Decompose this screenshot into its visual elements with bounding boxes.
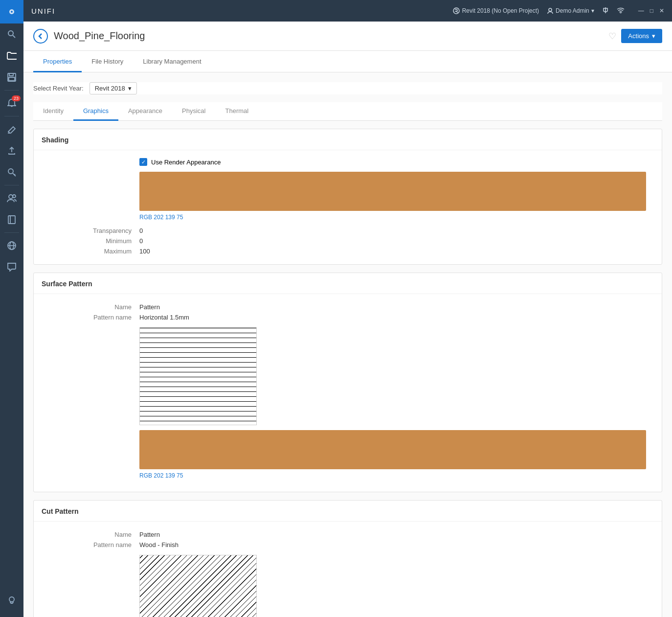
svg-line-4	[13, 35, 15, 38]
cut-pattern-name-row: Pattern name Wood - Finish	[42, 540, 654, 550]
actions-button[interactable]: Actions ▾	[621, 29, 662, 43]
divider2	[4, 116, 19, 116]
surface-color-bar[interactable]	[139, 430, 646, 469]
sub-tab-physical[interactable]: Physical	[172, 102, 215, 121]
top-bar: UNIFI Revit 2018 (No Open Project) Demo …	[23, 0, 672, 22]
book-icon[interactable]	[0, 209, 23, 230]
svg-point-12	[9, 195, 13, 199]
tab-library-management[interactable]: Library Management	[133, 51, 211, 72]
surface-name-label: Name	[42, 303, 139, 311]
cut-pattern-preview	[139, 555, 257, 617]
surface-pattern-title: Surface Pattern	[34, 273, 662, 294]
diagonal-lines-pattern	[140, 555, 256, 617]
tab-file-history[interactable]: File History	[82, 51, 133, 72]
svg-point-9	[8, 169, 13, 174]
shading-section: Shading ✓ Use Render Appearance RGB 202 …	[33, 129, 662, 265]
svg-rect-7	[9, 77, 15, 81]
divider	[4, 90, 19, 91]
notification-icon[interactable]: 23	[0, 92, 23, 114]
maximize-btn[interactable]: □	[650, 7, 653, 14]
cut-name-value: Pattern	[139, 531, 160, 538]
sub-tabs: Identity Graphics Appearance Physical Th…	[33, 102, 662, 121]
sidebar-bottom	[0, 590, 23, 617]
save-icon[interactable]	[0, 67, 23, 88]
sub-tab-graphics[interactable]: Graphics	[73, 102, 118, 121]
surface-pattern-section: Surface Pattern Name Pattern Pattern nam…	[33, 273, 662, 492]
wifi-icon[interactable]	[617, 7, 625, 15]
top-bar-right: Revit 2018 (No Open Project) Demo Admin …	[453, 7, 664, 15]
maximum-value: 100	[139, 248, 150, 255]
upload-icon[interactable]	[0, 140, 23, 161]
use-render-appearance-checkbox[interactable]: ✓	[139, 158, 147, 166]
cut-pattern-name-label: Pattern name	[42, 541, 139, 548]
transparency-label: Transparency	[42, 227, 139, 234]
svg-point-21	[453, 8, 459, 14]
surface-rgb-label: RGB 202 139 75	[139, 472, 654, 479]
cut-name-row: Name Pattern	[42, 529, 654, 540]
cut-pattern-name-value: Wood - Finish	[139, 541, 179, 548]
edit-icon[interactable]	[0, 118, 23, 140]
shading-rgb-label: RGB 202 139 75	[139, 214, 654, 221]
top-bar-left: UNIFI	[31, 7, 55, 15]
revit-year-select[interactable]: Revit 2018 ▾	[90, 82, 137, 94]
notification-badge: 23	[12, 95, 21, 101]
surface-pattern-content: Name Pattern Pattern name Horizontal 1.5…	[34, 294, 662, 492]
user-dropdown-arrow[interactable]: ▾	[591, 7, 594, 14]
content-header-right: ♡ Actions ▾	[608, 29, 662, 43]
divider4	[4, 232, 19, 233]
users-icon[interactable]	[0, 187, 23, 209]
minimum-value: 0	[139, 237, 143, 245]
back-button[interactable]	[33, 29, 48, 44]
content-header-left: Wood_Pine_Flooring	[33, 29, 145, 44]
window-controls: — □ ✕	[638, 7, 664, 14]
shading-title: Shading	[34, 129, 662, 150]
svg-point-13	[13, 195, 16, 198]
cut-pattern-title: Cut Pattern	[34, 501, 662, 522]
svg-point-3	[8, 31, 13, 36]
folder-icon[interactable]	[0, 45, 23, 67]
revit-info: Revit 2018 (No Open Project)	[453, 7, 539, 14]
chat-icon[interactable]	[0, 256, 23, 278]
sub-tab-appearance[interactable]: Appearance	[118, 102, 172, 121]
surface-name-row: Name Pattern	[42, 302, 654, 312]
cut-name-label: Name	[42, 531, 139, 538]
app-name: UNIFI	[31, 7, 55, 15]
svg-rect-6	[9, 73, 13, 76]
key-icon[interactable]	[0, 161, 23, 183]
pin-icon[interactable]	[602, 7, 609, 15]
surface-pattern-name-value: Horizontal 1.5mm	[139, 314, 189, 321]
search-icon[interactable]	[0, 23, 23, 45]
content-body: Select Revit Year: Revit 2018 ▾ Identity…	[23, 72, 672, 617]
transparency-row: Transparency 0	[42, 226, 654, 236]
app-logo[interactable]	[0, 0, 23, 23]
page-title: Wood_Pine_Flooring	[54, 30, 145, 42]
minimize-btn[interactable]: —	[638, 7, 644, 14]
user-info[interactable]: Demo Admin ▾	[547, 7, 594, 14]
surface-pattern-preview	[139, 327, 257, 425]
svg-point-24	[620, 13, 621, 13]
horizontal-lines-pattern	[140, 328, 256, 425]
username: Demo Admin	[556, 7, 589, 14]
surface-pattern-name-label: Pattern name	[42, 314, 139, 321]
sub-tab-thermal[interactable]: Thermal	[216, 102, 259, 121]
main-tabs: Properties File History Library Manageme…	[23, 51, 672, 72]
close-btn[interactable]: ✕	[659, 7, 664, 14]
sub-tab-identity[interactable]: Identity	[33, 102, 73, 121]
cut-pattern-content: Name Pattern Pattern name Wood - Finish	[34, 522, 662, 617]
revit-version: Revit 2018 (No Open Project)	[462, 7, 539, 14]
shading-content: ✓ Use Render Appearance RGB 202 139 75 T…	[34, 150, 662, 264]
tab-properties[interactable]: Properties	[33, 51, 82, 72]
divider3	[4, 185, 19, 185]
shading-color-bar[interactable]	[139, 172, 646, 211]
globe-icon[interactable]	[0, 235, 23, 256]
revit-year-label: Select Revit Year:	[33, 85, 84, 92]
bulb-icon[interactable]	[0, 590, 23, 611]
svg-point-2	[11, 11, 13, 13]
svg-point-19	[9, 597, 14, 602]
sidebar: 23	[0, 0, 23, 617]
surface-pattern-name-row: Pattern name Horizontal 1.5mm	[42, 312, 654, 322]
revit-year-row: Select Revit Year: Revit 2018 ▾	[33, 82, 662, 94]
svg-rect-14	[8, 216, 15, 224]
maximum-row: Maximum 100	[42, 246, 654, 256]
favorite-button[interactable]: ♡	[608, 31, 616, 42]
